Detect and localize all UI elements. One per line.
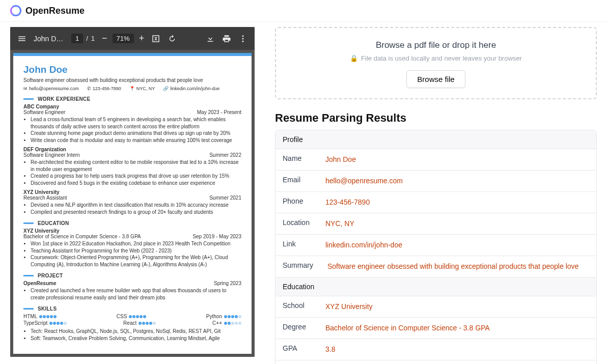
section-header-education: Education: [275, 277, 596, 296]
download-icon[interactable]: [206, 34, 215, 43]
resume-summary: Software engineer obsessed with building…: [23, 77, 241, 83]
table-row: SummarySoftware engineer obsessed with b…: [275, 256, 596, 277]
pdf-filename: John Do…: [34, 35, 64, 43]
table-row: GPA3.8: [275, 339, 596, 360]
table-row: LocationNYC, NY: [275, 213, 596, 234]
zoom-in-button[interactable]: +: [139, 33, 145, 44]
pdf-toolbar: John Do… 1 / 1 − 71% +: [10, 27, 255, 50]
resume-phone: ✆ 123-456-7890: [87, 86, 121, 91]
resume-link: 🔗 linkedin.com/in/john-doe: [163, 86, 219, 91]
results-table: Profile NameJohn Doe Emailhello@openresu…: [275, 130, 597, 364]
svg-point-0: [242, 35, 244, 37]
pdf-page: John Doe Software engineer obsessed with…: [13, 53, 252, 354]
table-row: DegreeBachelor of Science in Computer Sc…: [275, 317, 596, 339]
table-row: Phone123-456-7890: [275, 191, 596, 213]
table-row: Linklinkedin.com/in/john-doe: [275, 234, 596, 256]
dropzone[interactable]: Browse a pdf file or drop it here 🔒 File…: [275, 27, 597, 99]
hamburger-icon[interactable]: [17, 34, 26, 43]
app-header: OpenResume: [0, 0, 607, 22]
table-row: DateSep 2019 - May 2023: [275, 360, 596, 364]
table-row: Emailhello@openresume.com: [275, 170, 596, 191]
lock-icon: 🔒: [350, 54, 358, 62]
dropzone-title: Browse a pdf file or drop it here: [286, 40, 586, 50]
logo-icon: [10, 5, 21, 16]
browse-file-button[interactable]: Browse file: [406, 70, 465, 88]
fit-page-icon[interactable]: [151, 34, 160, 43]
table-row: NameJohn Doe: [275, 149, 596, 170]
resume-name: John Doe: [23, 64, 241, 75]
resume-location: 📍 NYC, NY: [129, 86, 155, 91]
svg-point-2: [242, 40, 244, 42]
logo-text[interactable]: OpenResume: [25, 6, 85, 16]
zoom-value[interactable]: 71%: [113, 34, 134, 43]
table-row: SchoolXYZ University: [275, 296, 596, 317]
pdf-viewer: John Do… 1 / 1 − 71% +: [10, 27, 255, 357]
more-icon[interactable]: [238, 34, 247, 43]
page-current[interactable]: 1: [71, 34, 83, 43]
results-title: Resume Parsing Results: [275, 111, 597, 125]
svg-point-1: [242, 38, 244, 39]
print-icon[interactable]: [222, 34, 231, 43]
zoom-out-button[interactable]: −: [102, 33, 107, 44]
rotate-icon[interactable]: [168, 34, 177, 43]
page-indicator: 1 / 1: [71, 34, 95, 43]
resume-email: ✉ hello@openresume.com: [23, 86, 79, 91]
section-header-profile: Profile: [275, 130, 596, 149]
dropzone-subtitle: 🔒 File data is used locally and never le…: [350, 54, 522, 62]
